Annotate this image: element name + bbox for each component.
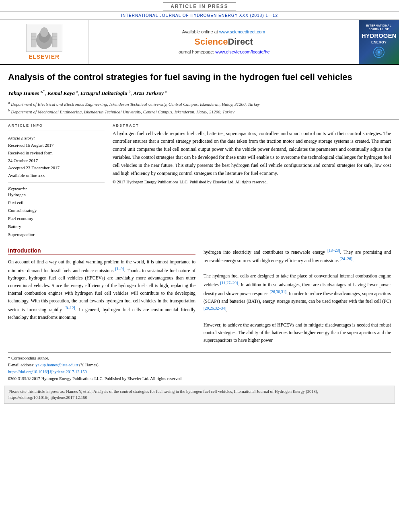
article-history: Article history: Received 15 August 2017…: [8, 134, 105, 179]
journal-line: INTERNATIONAL JOURNAL OF HYDROGEN ENERGY…: [0, 12, 399, 20]
sciencedirect-logo: ScienceDirect: [194, 37, 253, 47]
history-label: Article history:: [8, 134, 105, 142]
history-online: Available online xxx: [8, 172, 105, 179]
doi-link[interactable]: https://doi.org/10.1016/j.ijhydene.2017.…: [8, 370, 87, 374]
history-revised: Received in revised form24 October 2017: [8, 149, 105, 164]
he-badge-line1: INTERNATIONALJOURNAL OF: [362, 24, 397, 31]
svg-point-3: [40, 27, 48, 37]
keyword-fuelcell: Fuel cell: [8, 199, 105, 207]
author-ertugrul: Ertugrul Baltacioglu: [80, 90, 128, 96]
info-divider-1: [8, 131, 105, 131]
keyword-supercap: Supercapacitor: [8, 231, 105, 239]
history-received: Received 15 August 2017: [8, 142, 105, 149]
aip-label: ARTICLE IN PRESS: [163, 2, 236, 10]
issn-line: 0360-3199/© 2017 Hydrogen Energy Publica…: [8, 376, 391, 382]
author-ertugrul-sup: b: [129, 89, 131, 93]
affiliations: a Department of Electrical and Electroni…: [8, 100, 391, 115]
abstract-heading: ABSTRACT: [113, 123, 391, 127]
hydrogen-energy-badge-area: INTERNATIONALJOURNAL OF HYDROGEN ENERGY: [359, 20, 399, 64]
author-kemal: Kemal Kaya: [47, 90, 75, 96]
ref-11-27-29[interactable]: [11,27–29]: [220, 281, 238, 285]
header-area: ELSEVIER Available online at www.science…: [0, 20, 399, 65]
doi-line: https://doi.org/10.1016/j.ijhydene.2017.…: [8, 369, 391, 376]
abstract-copyright: © 2017 Hydrogen Energy Publications LLC.…: [113, 180, 391, 184]
citation-text: Please cite this article in press as: Ha…: [8, 389, 318, 400]
article-main-title: Analysis of the control strategies for f…: [8, 72, 391, 83]
col-left: Introduction On account of find a way ou…: [8, 247, 195, 345]
article-info-abstract-section: ARTICLE INFO Article history: Received 1…: [0, 119, 399, 243]
introduction-heading: Introduction: [8, 247, 195, 255]
author-kemal-sup: a: [76, 89, 78, 93]
available-online-text: Available online at www.sciencedirect.co…: [182, 29, 265, 34]
sciencedirect-gray: Direct: [228, 37, 253, 47]
he-badge-line3: ENERGY: [362, 40, 397, 45]
intro-left-text: On account of find a way out the global …: [8, 258, 195, 321]
journal-homepage: journal homepage: www.elsevier.com/locat…: [177, 49, 269, 54]
intro-right-text: hydrogen into electricity and contribute…: [204, 247, 391, 345]
keywords-label: Keywords:: [8, 186, 105, 191]
author-arzu: Arzu Turksoy: [133, 90, 164, 96]
article-in-press-banner: ARTICLE IN PRESS: [0, 0, 399, 12]
elsevier-logo: ELSEVIER: [26, 24, 62, 60]
header-center: Available online at www.sciencedirect.co…: [88, 20, 359, 64]
author-yakup-sup: a,*: [41, 89, 45, 93]
elsevier-wordmark: ELSEVIER: [29, 53, 60, 60]
keyword-hydrogen: Hydrogen: [8, 191, 105, 199]
affil-a: a Department of Electrical and Electroni…: [8, 100, 391, 107]
abstract-text: A hydrogen fuel cell vehicle requires fu…: [113, 130, 391, 178]
sd-url-link[interactable]: www.sciencedirect.com: [219, 29, 265, 34]
ref-1-9[interactable]: [1–9]: [115, 267, 124, 271]
article-title-section: Analysis of the control strategies for f…: [0, 65, 399, 119]
elsevier-logo-area: ELSEVIER: [0, 20, 88, 64]
email-link[interactable]: yakup.hames@iste.edu.tr: [35, 363, 78, 367]
journal-homepage-link[interactable]: www.elsevier.com/locate/he: [216, 49, 270, 54]
authors-line: Yakup Hames a,*, Kemal Kaya a, Ertugrul …: [8, 89, 391, 97]
article-info: ARTICLE INFO Article history: Received 1…: [8, 123, 105, 239]
citation-bar: Please cite this article in press as: Ha…: [4, 386, 395, 404]
sciencedirect-orange: Science: [194, 37, 228, 47]
hydrogen-energy-badge: INTERNATIONALJOURNAL OF HYDROGEN ENERGY: [360, 22, 399, 62]
ref-20-26-32-34[interactable]: [20,26,32–34]: [204, 306, 226, 310]
main-body: Introduction On account of find a way ou…: [0, 243, 399, 349]
footnote-area: * Corresponding author. E-mail address: …: [8, 352, 391, 382]
keyword-battery: Battery: [8, 223, 105, 231]
author-arzu-sup: a: [165, 89, 167, 93]
ref-26-30-31[interactable]: [26,30,31]: [269, 290, 286, 294]
info-divider-2: [8, 183, 105, 183]
history-accepted: Accepted 23 December 2017: [8, 164, 105, 172]
keyword-economy: Fuel economy: [8, 215, 105, 223]
ref-13-23[interactable]: [13–23]: [327, 248, 340, 253]
ref-24-26[interactable]: [24–26]: [340, 257, 353, 261]
abstract-section: ABSTRACT A hydrogen fuel cell vehicle re…: [113, 123, 391, 239]
svg-point-12: [378, 51, 380, 53]
corresponding-author: * Corresponding author.: [8, 355, 391, 362]
svg-rect-4: [31, 33, 36, 47]
he-badge-line2: HYDROGEN: [362, 31, 397, 40]
keywords-section: Keywords: Hydrogen Fuel cell Control str…: [8, 186, 105, 239]
col-right: hydrogen into electricity and contribute…: [204, 247, 391, 345]
article-info-heading: ARTICLE INFO: [8, 123, 105, 127]
ref-8-12[interactable]: [8–12]: [64, 306, 75, 310]
affil-b: b Department of Mechanical Engineering, …: [8, 108, 391, 115]
email-line: E-mail address: yakup.hames@iste.edu.tr …: [8, 362, 391, 369]
keyword-control: Control strategy: [8, 207, 105, 215]
svg-rect-7: [52, 33, 57, 47]
elsevier-tree-image: [26, 24, 62, 52]
author-yakup: Yakup Hames: [8, 90, 39, 96]
